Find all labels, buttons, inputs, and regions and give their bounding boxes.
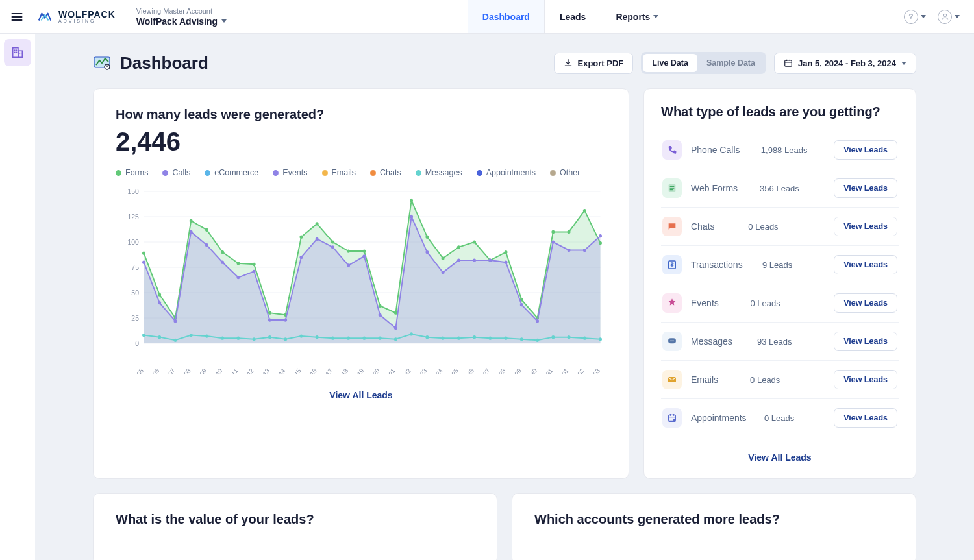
nav-leads[interactable]: Leads	[545, 0, 601, 33]
menu-toggle[interactable]	[0, 0, 34, 34]
svg-point-0	[943, 14, 946, 16]
account-name: WolfPack Advising	[136, 16, 218, 27]
caret-down-icon	[955, 15, 960, 18]
user-icon	[938, 10, 952, 24]
help-menu[interactable]: ?	[904, 10, 926, 24]
account-label: Viewing Master Account	[136, 7, 227, 15]
brand-name: WOLFPACK	[58, 10, 116, 19]
caret-down-icon	[653, 15, 658, 18]
caret-down-icon	[921, 15, 926, 18]
help-icon: ?	[904, 10, 918, 24]
nav-dashboard[interactable]: Dashboard	[468, 0, 545, 33]
brand[interactable]: WOLFPACK ADVISING	[34, 10, 126, 24]
brand-sub: ADVISING	[58, 19, 116, 23]
user-menu[interactable]	[938, 10, 960, 24]
brand-logo-icon	[38, 10, 52, 24]
hamburger-icon	[10, 10, 23, 23]
account-switcher[interactable]: Viewing Master Account WolfPack Advising	[126, 7, 237, 27]
topbar: WOLFPACK ADVISING Viewing Master Account…	[0, 0, 974, 34]
nav-reports[interactable]: Reports	[601, 0, 673, 33]
caret-down-icon	[221, 19, 227, 23]
primary-nav: Dashboard Leads Reports	[468, 0, 674, 33]
